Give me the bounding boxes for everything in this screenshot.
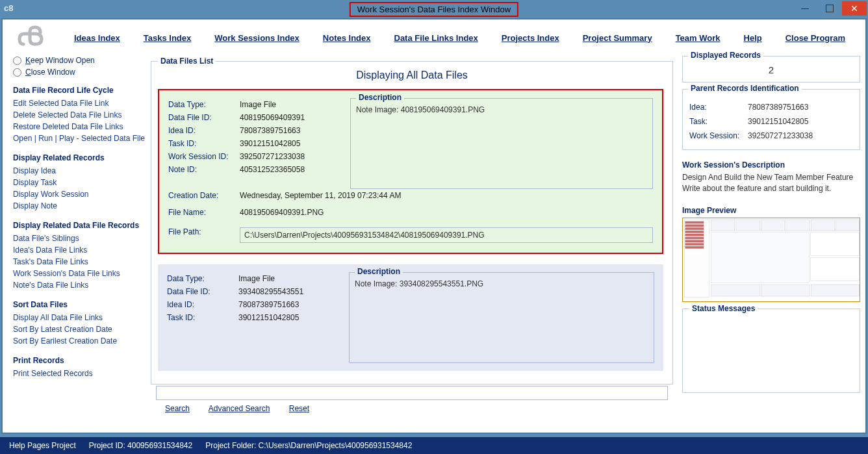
menu-notes-index[interactable]: Notes Index — [323, 33, 371, 43]
displayed-count: 2 — [689, 64, 853, 75]
search-input[interactable] — [156, 386, 668, 400]
section-sort: Sort Data Files — [13, 300, 146, 309]
menu-projects-index[interactable]: Projects Index — [502, 33, 559, 43]
open-run-play-data-file[interactable]: Open | Run | Play - Selected Data File — [13, 132, 146, 144]
keep-window-open-radio[interactable]: Keep Window Open — [13, 56, 146, 65]
maximize-button[interactable] — [817, 1, 842, 16]
file-path-field: C:\Users\Darren\Projects\400956931534842… — [240, 227, 653, 243]
restore-data-file-links[interactable]: Restore Deleted Data File Links — [13, 121, 146, 132]
data-file-card[interactable]: Data Type:Image File Data File ID:393408… — [158, 264, 663, 371]
description-text: Note Image: 408195069409391.PNG — [356, 105, 647, 114]
window-title: Work Session's Data Files Index Window — [350, 2, 518, 17]
display-all-data-file-links[interactable]: Display All Data File Links — [13, 312, 146, 323]
menu-team-work[interactable]: Team Work — [676, 33, 721, 43]
section-related-records: Display Related Records — [13, 153, 146, 162]
section-print: Print Records — [13, 356, 146, 365]
displayed-records-legend: Displayed Records — [688, 51, 763, 60]
sort-latest[interactable]: Sort By Latest Creation Date — [13, 323, 146, 335]
status-help-project: Help Pages Project — [9, 441, 76, 450]
data-files-scroll[interactable]: Data Type:Image File Data File ID:408195… — [153, 86, 671, 373]
parent-records-legend: Parent Records Identification — [688, 84, 802, 93]
note-data-file-links[interactable]: Note's Data File Links — [13, 279, 146, 291]
section-related-data-file-records: Display Related Data File Records — [13, 221, 146, 230]
image-preview-legend: Image Preview — [682, 206, 860, 215]
menu-ideas-index[interactable]: Ideas Index — [74, 33, 120, 43]
search-link[interactable]: Search — [165, 404, 190, 413]
menu-help[interactable]: Help — [744, 33, 762, 43]
sort-earliest[interactable]: Sort By Earilest Creation Date — [13, 335, 146, 347]
ws-description-legend: Work Session's Description — [682, 160, 860, 170]
close-button[interactable]: ✕ — [842, 1, 867, 16]
advanced-search-link[interactable]: Advanced Search — [209, 404, 270, 413]
print-selected-records[interactable]: Print Selected Records — [13, 368, 146, 379]
image-preview — [682, 218, 860, 302]
ws-description-text: Design And Build the New Team Member Fea… — [682, 172, 860, 194]
data-files-list-legend: Data Files List — [158, 57, 216, 66]
status-project-folder: Project Folder: C:\Users\Darren\Projects… — [205, 441, 412, 450]
close-window-radio[interactable]: Close Window — [13, 68, 146, 77]
description-text: Note Image: 393408295543551.PNG — [355, 279, 648, 288]
menu-close-program[interactable]: Close Program — [785, 33, 845, 43]
keep-window-open-label: Keep Window Open — [25, 56, 95, 65]
task-data-file-links[interactable]: Task's Data File Links — [13, 256, 146, 268]
menu-data-file-links-index[interactable]: Data File Links Index — [394, 33, 478, 43]
menu-project-summary[interactable]: Project Summary — [583, 33, 652, 43]
list-heading: Displaying All Data Files — [151, 69, 672, 81]
minimize-button[interactable]: — — [793, 1, 817, 16]
close-window-label: Close Window — [25, 68, 75, 77]
data-file-card[interactable]: Data Type:Image File Data File ID:408195… — [158, 89, 663, 254]
display-idea[interactable]: Display Idea — [13, 165, 146, 177]
edit-data-file-link[interactable]: Edit Selected Data File Link — [13, 97, 146, 109]
status-project-id: Project ID: 400956931534842 — [89, 441, 192, 450]
work-session-data-file-links[interactable]: Work Session's Data File Links — [13, 268, 146, 279]
data-file-siblings[interactable]: Data File's Siblings — [13, 233, 146, 244]
status-messages-legend: Status Messages — [689, 304, 758, 313]
display-task[interactable]: Display Task — [13, 177, 146, 188]
app-logo-icon — [16, 25, 48, 51]
display-note[interactable]: Display Note — [13, 200, 146, 212]
menu-tasks-index[interactable]: Tasks Index — [144, 33, 191, 43]
menu-work-sessions-index[interactable]: Work Sessions Index — [214, 33, 300, 43]
idea-data-file-links[interactable]: Idea's Data File Links — [13, 244, 146, 256]
display-work-session[interactable]: Display Work Session — [13, 188, 146, 200]
section-life-cycle: Data File Record Life Cycle — [13, 86, 146, 95]
delete-data-file-links[interactable]: Delete Selected Data File Links — [13, 109, 146, 121]
app-icon: c8 — [4, 3, 17, 16]
reset-link[interactable]: Reset — [289, 404, 309, 413]
